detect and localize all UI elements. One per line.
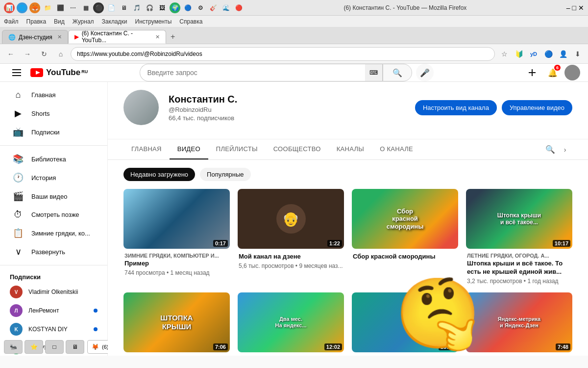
sidebar-item-expand[interactable]: ∨ Развернуть xyxy=(3,242,104,261)
sidebar-item-history[interactable]: 🕐 История xyxy=(3,168,104,187)
extension-icon-1[interactable]: 🔰 xyxy=(513,48,525,60)
yt-create-button[interactable] xyxy=(523,64,541,81)
menu-journal[interactable]: Журнал xyxy=(73,18,94,25)
os-icon-green[interactable]: 🌍 xyxy=(170,2,180,13)
os-icon-menu[interactable]: ⋯ xyxy=(68,2,78,13)
channel-nav-arrow-icon[interactable]: › xyxy=(558,142,572,157)
taskbar-icon-1[interactable]: 🐜 xyxy=(4,340,23,354)
filter-recent-button[interactable]: Недавно загружено xyxy=(123,168,195,181)
os-icon-terminal[interactable]: ⬛ xyxy=(55,2,66,13)
tab-youtube[interactable]: ▶ (6) Константин С. - YouTub... ✕ xyxy=(68,30,166,44)
video-duration-6: 13:40 xyxy=(439,343,456,350)
subscriptions-section-title: Подписки xyxy=(0,269,107,283)
video-card-7[interactable]: Яндекс-метрикаи Яндекс-Дзен 7:48 Яндекс-… xyxy=(466,292,572,356)
sidebar-sub-lenremont[interactable]: Л ЛенРемонт xyxy=(0,301,107,320)
extension-icon-5[interactable]: ⬇ xyxy=(571,48,584,60)
taskbar-icon-2[interactable]: ⭐ xyxy=(24,340,43,354)
nav-back-button[interactable]: ← xyxy=(4,47,18,61)
os-icon-app10[interactable]: 🔴 xyxy=(233,2,244,13)
menu-edit[interactable]: Правка xyxy=(26,18,47,25)
os-icon-grid[interactable]: ▦ xyxy=(80,2,91,13)
os-icon-app9[interactable]: 🌊 xyxy=(220,2,231,13)
video-card-2[interactable]: Сборкраснойсмородины Сбор красной смород… xyxy=(352,189,458,285)
maximize-btn[interactable]: □ xyxy=(572,4,576,12)
tab-dzen-label: Дзен-студия xyxy=(19,34,52,41)
channel-nav-tab-playlists[interactable]: ПЛЕЙЛИСТЫ xyxy=(208,139,266,159)
menu-view[interactable]: Вид xyxy=(54,18,65,25)
menu-file[interactable]: Файл xyxy=(4,18,19,25)
channel-nav-tab-channels[interactable]: КАНАЛЫ xyxy=(329,139,372,159)
extension-icon-4[interactable]: 👤 xyxy=(557,48,569,60)
taskbar-icon-4[interactable]: 🖥 xyxy=(66,340,84,354)
video-card-3[interactable]: Штопка крышии всё такое... 10:17 ЛЕТНИЕ … xyxy=(466,189,572,285)
os-icon-app6[interactable]: 🔵 xyxy=(182,2,193,13)
os-icon-blue[interactable]: 🌐 xyxy=(17,2,27,13)
sub-dot-lenremont xyxy=(94,309,98,313)
sidebar-item-watch-later[interactable]: ⏱ Смотреть позже xyxy=(3,206,104,224)
svg-rect-2 xyxy=(12,75,21,76)
video-card-6[interactable]: 13:40 xyxy=(352,292,458,356)
yt-search-button[interactable]: 🔍 xyxy=(383,64,412,81)
extension-icon-2[interactable]: yD xyxy=(527,48,540,60)
video-card-1[interactable]: 👴 1:22 Мой канал на дзене 5,6 тыс. просм… xyxy=(238,189,344,285)
nav-refresh-button[interactable]: ↻ xyxy=(37,47,51,61)
channel-nav-search-icon[interactable]: 🔍 xyxy=(543,142,558,157)
sidebar-item-library[interactable]: 📚 Библиотека xyxy=(3,150,104,168)
os-icon-app8[interactable]: 🎸 xyxy=(208,2,219,13)
extension-icon-3[interactable]: 🔵 xyxy=(542,48,555,60)
nav-forward-button[interactable]: → xyxy=(21,47,34,61)
nav-home-button[interactable]: ⌂ xyxy=(54,47,68,61)
os-icon-app1[interactable]: 📄 xyxy=(106,2,117,13)
os-icon-app5[interactable]: 🖼 xyxy=(157,2,168,13)
os-icon-app2[interactable]: 🖥 xyxy=(119,2,129,13)
yt-user-avatar[interactable] xyxy=(564,65,580,80)
tab-dzen[interactable]: 🌐 Дзен-студия ✕ xyxy=(2,30,68,44)
video-card-4[interactable]: ШТОПКАКРЫШИ 7:06 Штопка крыши xyxy=(123,292,230,356)
sidebar-item-home[interactable]: ⌂ Главная xyxy=(3,86,104,104)
manage-video-button[interactable]: Управление видео xyxy=(502,100,572,115)
filter-popular-button[interactable]: Популярные xyxy=(200,168,250,181)
tab-youtube-close[interactable]: ✕ xyxy=(155,34,160,40)
os-icon-chart[interactable]: 📊 xyxy=(4,2,15,13)
yt-notifications-button[interactable]: 🔔 6 xyxy=(544,64,562,81)
sidebar-item-subscriptions[interactable]: 📺 Подписки xyxy=(3,123,104,141)
sidebar-item-your-videos[interactable]: 🎬 Ваши видео xyxy=(3,187,104,206)
customize-channel-button[interactable]: Настроить вид канала xyxy=(415,100,497,115)
os-icon-app7[interactable]: ⚙ xyxy=(195,2,206,13)
os-icon-app3[interactable]: 🎵 xyxy=(131,2,142,13)
yt-keyboard-icon[interactable]: ⌨ xyxy=(365,64,383,81)
sidebar-divider-2 xyxy=(0,265,107,265)
menu-help[interactable]: Справка xyxy=(179,18,202,25)
sidebar-sub-vladimir[interactable]: V Vladimir Olkenitskii xyxy=(0,283,107,301)
bookmark-icon[interactable]: ☆ xyxy=(498,48,511,60)
video-duration-0: 0:17 xyxy=(213,240,228,247)
close-btn[interactable]: ✕ xyxy=(578,4,584,12)
os-icon-folder[interactable]: 📁 xyxy=(42,2,53,13)
menu-tools[interactable]: Инструменты xyxy=(135,18,172,25)
os-window-controls[interactable]: – □ ✕ xyxy=(566,4,584,12)
video-card-0[interactable]: 0:17 ЗИМНИЕ ГРЯДКИ, КОМПЬЮТЕР И... Приме… xyxy=(123,189,230,285)
channel-nav-tab-community[interactable]: СООБЩЕСТВО xyxy=(266,139,329,159)
sidebar-sub-kostyan[interactable]: K KOSTYAN DIY xyxy=(0,320,107,339)
taskbar-icon-3[interactable]: □ xyxy=(45,340,64,354)
os-icon-app4[interactable]: 🎧 xyxy=(144,2,155,13)
tab-new-button[interactable]: + xyxy=(166,30,180,44)
minimize-btn[interactable]: – xyxy=(566,4,570,12)
os-icon-dark[interactable]: ⚫ xyxy=(93,2,104,13)
address-input[interactable] xyxy=(71,47,495,61)
sidebar-item-shorts[interactable]: ▶ Shorts xyxy=(3,104,104,123)
menu-bookmarks[interactable]: Закладки xyxy=(102,18,127,25)
channel-nav-tab-videos[interactable]: ВИДЕО xyxy=(170,139,208,159)
os-icon-firefox[interactable]: 🦊 xyxy=(29,2,40,13)
channel-nav-tab-home[interactable]: ГЛАВНАЯ xyxy=(123,139,170,159)
channel-nav-tab-about[interactable]: О КАНАЛЕ xyxy=(372,139,421,159)
tab-dzen-close[interactable]: ✕ xyxy=(57,34,62,40)
yt-mic-button[interactable]: 🎤 xyxy=(416,64,434,81)
sidebar-item-playlist[interactable]: 📋 Зимние грядки, ко... xyxy=(3,224,104,242)
video-card-5[interactable]: Два мес.На яндекс... 12:02 Два месяца на… xyxy=(238,292,344,356)
channel-nav: ГЛАВНАЯ ВИДЕО ПЛЕЙЛИСТЫ СООБЩЕСТВО КАНАЛ… xyxy=(108,139,588,160)
tab-youtube-icon: ▶ xyxy=(74,33,79,40)
yt-logo[interactable]: YouTube RU xyxy=(30,68,88,78)
yt-menu-icon[interactable] xyxy=(8,64,25,81)
yt-search-input[interactable] xyxy=(140,64,365,81)
